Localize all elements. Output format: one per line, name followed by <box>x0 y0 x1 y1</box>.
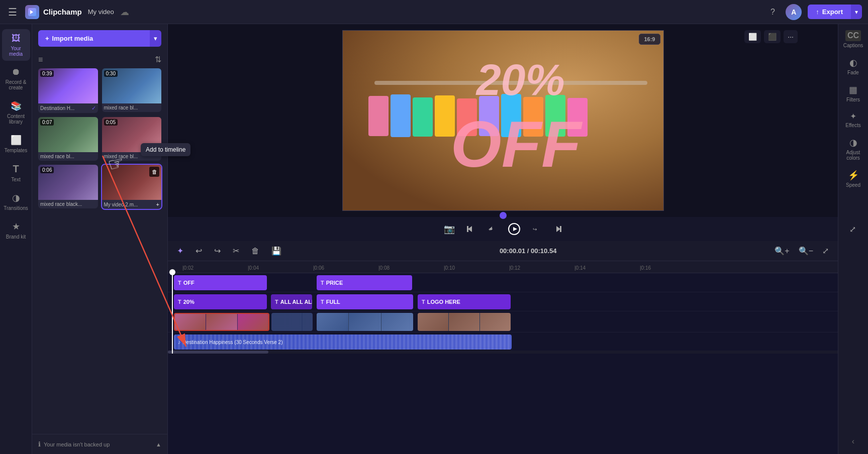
filters-label: Filters <box>846 97 860 102</box>
ruler-mark-012: |0:12 <box>509 265 520 271</box>
right-tool-fade[interactable]: ◐ Fade <box>840 53 866 79</box>
project-name[interactable]: My video <box>88 8 114 16</box>
filter-icon[interactable]: ≡ <box>38 55 43 64</box>
video-clip-4[interactable] <box>418 313 511 331</box>
media-label-text-5: mixed race black... <box>40 201 82 207</box>
sidebar-item-text[interactable]: T Text <box>2 159 30 186</box>
sidebar-item-transitions[interactable]: ◑ Transitions <box>2 188 30 215</box>
media-item-6[interactable]: 🗑 My video 2.m... + <box>102 165 162 209</box>
playback-controls: 📷 ↩ <box>168 217 838 241</box>
export-dropdown-arrow[interactable]: ▾ <box>851 5 862 19</box>
play-button[interactable] <box>506 221 522 237</box>
right-tool-effects[interactable]: ✦ Effects <box>840 107 866 132</box>
timeline-ruler: |0:02 |0:04 |0:06 |0:08 |0:10 |0:12 |0:1… <box>168 261 838 273</box>
track-row-1: T OFF T PRICE <box>168 273 838 292</box>
right-tool-adjust-colors[interactable]: ◑ Adjustcolors <box>840 133 866 165</box>
avatar[interactable]: A <box>786 4 802 20</box>
media-label-4: mixed race bl... <box>102 152 162 161</box>
media-delete-button[interactable]: 🗑 <box>149 167 159 177</box>
timeline-scroll-thumb[interactable] <box>168 351 268 354</box>
audio-clip[interactable]: ♪ Destination Happiness (30 Seconds Vers… <box>174 334 512 350</box>
rewind-button[interactable]: ↩ <box>485 222 499 236</box>
playhead[interactable] <box>172 273 173 354</box>
media-label-text-1: Destination H... <box>40 105 74 111</box>
help-button[interactable]: ? <box>765 5 780 19</box>
import-group: + Import media ▾ <box>38 30 161 47</box>
right-sidebar-expand[interactable]: ‹ <box>848 433 858 450</box>
app-title: Clipchamp <box>43 8 82 16</box>
templates-label: Templates <box>5 148 28 153</box>
redo-button[interactable]: ↪ <box>211 244 224 258</box>
media-item-5[interactable]: 0:06 mixed race black... <box>38 165 98 208</box>
import-dropdown-arrow[interactable]: ▾ <box>150 30 161 47</box>
cut-button[interactable]: ✂ <box>230 244 242 258</box>
transitions-icon: ◑ <box>12 192 20 203</box>
more-options-button[interactable]: ··· <box>784 30 798 43</box>
main-layout: 🖼 Your media ⏺ Record &create 📚 Contentl… <box>0 24 868 454</box>
export-button[interactable]: ↑ Export <box>808 5 851 19</box>
sidebar-item-your-media[interactable]: 🖼 Your media <box>2 29 30 61</box>
video-clip-1[interactable] <box>174 313 269 331</box>
clip-all[interactable]: T ALL ALL ALL A <box>271 294 312 309</box>
list-item: 0:06 mixed race black... <box>38 165 98 209</box>
chevron-up-icon[interactable]: ▲ <box>156 441 161 447</box>
right-tool-speed[interactable]: ⚡ Speed <box>840 166 866 192</box>
skip-back-button[interactable] <box>464 222 478 236</box>
crop-button[interactable]: ⬜ <box>744 30 761 43</box>
clip-label-off: OFF <box>183 280 195 286</box>
sidebar-item-templates[interactable]: ⬜ Templates <box>2 131 30 157</box>
media-item-4[interactable]: 0:05 mixed race bl... <box>102 117 162 161</box>
media-panel: + Import media ▾ ≡ ⇅ 0:39 Destination H.… <box>32 24 168 454</box>
media-item-1[interactable]: 0:39 Destination H... ✓ <box>38 68 98 113</box>
skip-forward-button[interactable] <box>550 222 564 236</box>
zoom-in-button[interactable]: 🔍+ <box>771 245 792 257</box>
scrubber-handle[interactable] <box>500 212 507 219</box>
fast-forward-button[interactable]: ↪ <box>529 222 543 236</box>
sidebar-item-brand-kit[interactable]: ★ Brand kit <box>2 217 30 244</box>
save-frame-button[interactable]: 💾 <box>268 244 284 258</box>
ruler-mark-004: |0:04 <box>248 265 259 271</box>
screenshot-button[interactable]: 📷 <box>442 221 457 237</box>
right-tool-filters[interactable]: ▦ Filters <box>840 80 866 106</box>
video-text-off: OFF <box>451 111 582 177</box>
sort-icon[interactable]: ⇅ <box>155 55 161 64</box>
magic-tool-button[interactable]: ✦ <box>174 244 186 258</box>
media-thumb-3: 0:07 <box>38 117 98 152</box>
sidebar-item-record-create[interactable]: ⏺ Record &create <box>2 63 30 94</box>
sidebar-item-content-library[interactable]: 📚 Contentlibrary <box>2 96 30 129</box>
resize-button[interactable]: ⬛ <box>764 30 781 43</box>
zoom-out-button[interactable]: 🔍− <box>796 245 816 257</box>
scrubber-area[interactable] <box>342 211 664 217</box>
video-clip-2[interactable] <box>271 313 313 331</box>
clip-off[interactable]: T OFF <box>174 275 267 290</box>
text-clip-icon-price: T <box>321 280 324 286</box>
timeline-toolbar: ✦ ↩ ↪ ✂ 🗑 💾 00:00.01 / 00:10.54 🔍+ 🔍− ⤢ <box>168 241 838 261</box>
clip-logo-here[interactable]: T LOGO HERE <box>418 294 511 309</box>
media-thumb-2: 0:30 <box>102 68 162 103</box>
clip-20[interactable]: T 20% <box>174 294 267 309</box>
export-label: Export <box>822 8 843 16</box>
svg-rect-8 <box>560 226 561 232</box>
import-media-button[interactable]: + Import media <box>38 30 150 47</box>
your-media-label: Your media <box>4 46 28 57</box>
clip-full[interactable]: T FULL <box>317 294 413 309</box>
clip-price[interactable]: T PRICE <box>317 275 412 290</box>
media-duration-1: 0:39 <box>40 70 54 77</box>
ruler-mark-008: |0:08 <box>378 265 390 271</box>
video-clip-3[interactable] <box>317 313 413 331</box>
delete-button[interactable]: 🗑 <box>248 245 262 258</box>
right-tool-captions[interactable]: CC Captions <box>840 28 866 52</box>
record-label: Record &create <box>6 79 27 90</box>
fit-to-window-button[interactable]: ⤢ <box>819 245 832 257</box>
timeline-scroll-track <box>168 351 838 354</box>
adjust-colors-icon: ◑ <box>849 137 857 148</box>
media-label-2: mixed race bl... <box>102 103 162 112</box>
media-item-2[interactable]: 0:30 mixed race bl... <box>102 68 162 112</box>
timeline-area[interactable]: |0:02 |0:04 |0:06 |0:08 |0:10 |0:12 |0:1… <box>168 261 838 454</box>
media-toolbar: ≡ ⇅ <box>32 53 167 68</box>
media-item-3[interactable]: 0:07 mixed race bl... <box>38 117 98 161</box>
aspect-ratio-badge[interactable]: 16:9 <box>639 34 660 45</box>
hamburger-menu[interactable]: ☰ <box>6 4 19 20</box>
playhead-handle[interactable] <box>169 269 175 275</box>
undo-button[interactable]: ↩ <box>192 244 205 258</box>
